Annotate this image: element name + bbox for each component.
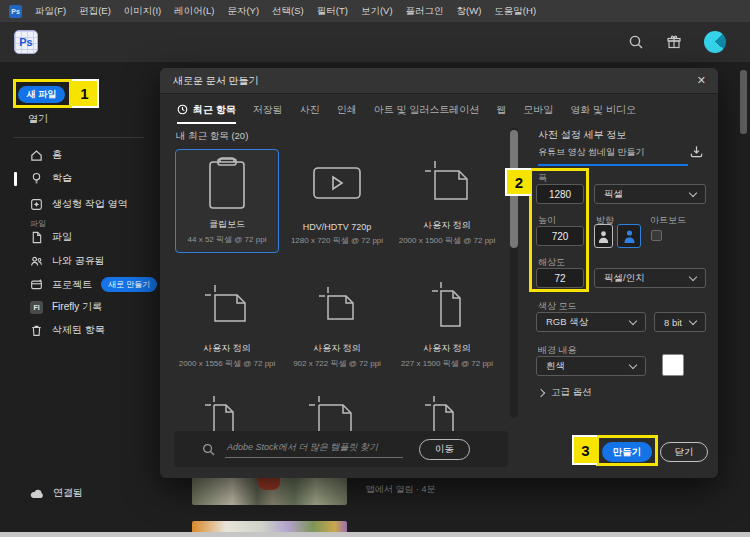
preset-card-clipboard[interactable]: 클립보드 44 x 52 픽셀 @ 72 ppi <box>175 149 279 253</box>
new-document-dialog: 새로운 문서 만들기 ✕ 최근 항목 저장됨 사진 인쇄 아트 및 일러스트레이… <box>160 68 718 478</box>
background-color-swatch[interactable] <box>662 354 684 376</box>
annotation-box-step2 <box>529 168 589 292</box>
stock-search-input[interactable]: Adobe Stock에서 더 많은 템플릿 찾기 <box>225 441 403 458</box>
stock-search-bar: Adobe Stock에서 더 많은 템플릿 찾기 이동 <box>174 431 508 467</box>
resolution-unit-select[interactable]: 픽셀/인치 <box>594 268 706 288</box>
projects-new-badge[interactable]: 새로 만들기 <box>101 277 157 292</box>
dialog-tabs: 최근 항목 저장됨 사진 인쇄 아트 및 일러스트레이션 웹 모바일 영화 및 … <box>160 95 718 124</box>
orientation-landscape-button[interactable] <box>617 224 641 248</box>
sidebar-item-home[interactable]: 홈 <box>30 148 62 162</box>
video-preset-icon <box>285 149 389 217</box>
photoshop-app-icon: Ps <box>14 30 38 54</box>
advanced-options-toggle[interactable]: 고급 옵션 <box>538 386 592 399</box>
chevron-down-icon <box>629 361 637 369</box>
sidebar-item-learn[interactable]: 학습 <box>30 171 72 185</box>
tab-saved[interactable]: 저장됨 <box>253 95 283 124</box>
menu-image[interactable]: 이미지(I) <box>124 5 161 18</box>
menu-view[interactable]: 보기(V) <box>361 5 393 18</box>
sidebar-item-shared-with-me[interactable]: 나와 공유됨 <box>30 254 105 268</box>
stock-go-button[interactable]: 이동 <box>419 439 470 460</box>
app-header: Ps <box>0 22 750 62</box>
dialog-title: 새로운 문서 만들기 <box>173 74 259 88</box>
sidebar-item-generative-workspace[interactable]: 생성형 작업 영역 <box>30 197 128 211</box>
bit-depth-select[interactable]: 8 bit <box>654 312 706 332</box>
preset-card-custom-1[interactable]: 사용자 정의 2000 x 1500 픽셀 @ 72 ppi <box>395 149 499 253</box>
document-name-input[interactable]: 유튜브 영상 썸네일 만들기 <box>538 146 688 166</box>
projects-icon <box>30 278 43 291</box>
annotation-box-step3 <box>596 435 658 466</box>
custom-size-icon <box>395 272 499 340</box>
menu-layer[interactable]: 레이어(L) <box>174 5 214 18</box>
chevron-down-icon <box>629 317 637 325</box>
annotation-box-step1 <box>13 79 72 108</box>
preset-details-title: 사전 설정 세부 정보 <box>538 128 626 142</box>
tab-film-video[interactable]: 영화 및 비디오 <box>570 95 636 124</box>
preset-card-custom-2[interactable]: 사용자 정의 2000 x 1556 픽셀 @ 72 ppi <box>175 272 279 376</box>
preset-card-custom-3[interactable]: 사용자 정의 902 x 722 픽셀 @ 72 ppi <box>285 272 389 376</box>
chevron-down-icon <box>689 189 697 197</box>
tab-web[interactable]: 웹 <box>496 95 506 124</box>
download-preset-icon[interactable] <box>689 144 704 159</box>
sidebar-item-firefly-history[interactable]: Fl Firefly 기록 <box>30 300 102 314</box>
recent-file-thumbnail[interactable] <box>192 474 347 505</box>
clipboard-icon <box>176 150 278 216</box>
tab-art-illustration[interactable]: 아트 및 일러스트레이션 <box>374 95 480 124</box>
tab-mobile[interactable]: 모바일 <box>523 95 553 124</box>
artboard-checkbox[interactable] <box>651 230 662 241</box>
chevron-right-icon <box>537 388 545 396</box>
close-button[interactable]: 닫기 <box>660 442 708 462</box>
trash-icon <box>30 324 43 337</box>
account-avatar[interactable] <box>704 31 726 53</box>
portrait-person-icon <box>598 230 609 243</box>
tab-photo[interactable]: 사진 <box>300 95 320 124</box>
preset-card-hdv[interactable]: HDV/HDTV 720p 1280 x 720 픽셀 @ 72 ppi <box>285 149 389 253</box>
menu-bar: Ps 파일(F) 편집(E) 이미지(I) 레이어(L) 문자(Y) 선택(S)… <box>0 0 750 22</box>
background-contents-select[interactable]: 흰색 <box>536 356 646 376</box>
custom-size-icon <box>285 272 389 340</box>
artboard-label: 아트보드 <box>650 214 686 227</box>
dialog-titlebar: 새로운 문서 만들기 ✕ <box>160 68 718 94</box>
menu-edit[interactable]: 편집(E) <box>79 5 111 18</box>
menu-filter[interactable]: 필터(T) <box>317 5 348 18</box>
sidebar-selection-indicator <box>14 172 17 186</box>
recent-section-title: 내 최근 항목 (20) <box>176 130 248 143</box>
sidebar-item-files[interactable]: 파일 <box>30 230 72 244</box>
menu-plugins[interactable]: 플러그인 <box>406 5 444 18</box>
menu-type[interactable]: 문자(Y) <box>227 5 259 18</box>
annotation-badge-step1: 1 <box>72 79 99 108</box>
whats-new-gift-icon[interactable] <box>666 34 682 50</box>
preset-card-custom-4[interactable]: 사용자 정의 227 x 1500 픽셀 @ 72 ppi <box>395 272 499 376</box>
connection-status: 연결됨 <box>30 486 83 500</box>
cloud-icon <box>30 488 44 499</box>
photoshop-logo-icon: Ps <box>9 5 22 18</box>
window-bottom-edge <box>0 532 750 537</box>
dialog-close-icon[interactable]: ✕ <box>697 74 706 87</box>
firefly-icon: Fl <box>30 301 43 314</box>
menu-file[interactable]: 파일(F) <box>35 5 66 18</box>
generative-workspace-icon <box>30 198 43 211</box>
shared-users-icon <box>30 255 43 268</box>
sidebar-divider <box>14 137 144 138</box>
chevron-down-icon <box>689 317 697 325</box>
recent-presets-panel: 내 최근 항목 (20) 클립보드 44 x 52 픽셀 @ 72 ppi <box>160 124 510 478</box>
chevron-down-icon <box>689 273 697 281</box>
color-mode-select[interactable]: RGB 색상 <box>536 312 646 332</box>
clock-icon <box>177 104 188 115</box>
custom-size-icon <box>395 149 499 217</box>
sidebar-item-deleted[interactable]: 삭제된 항목 <box>30 323 105 337</box>
open-button[interactable]: 열기 <box>28 112 48 126</box>
menu-select[interactable]: 선택(S) <box>272 5 304 18</box>
tab-print[interactable]: 인쇄 <box>337 95 357 124</box>
tab-recent[interactable]: 최근 항목 <box>177 95 236 124</box>
custom-size-icon <box>175 272 279 340</box>
home-icon <box>30 149 43 162</box>
menu-help[interactable]: 도움말(H) <box>494 5 536 18</box>
sidebar-item-projects[interactable]: 프로젝트 새로 만들기 <box>30 277 157 292</box>
home-scrollbar[interactable] <box>740 70 747 134</box>
width-unit-select[interactable]: 픽셀 <box>594 184 706 204</box>
search-icon[interactable] <box>628 34 644 50</box>
menu-window[interactable]: 창(W) <box>457 5 482 18</box>
recent-file-status: 앱에서 열림 · 4분 <box>366 483 436 496</box>
orientation-portrait-button[interactable] <box>594 224 613 248</box>
annotation-badge-step2: 2 <box>505 168 531 196</box>
